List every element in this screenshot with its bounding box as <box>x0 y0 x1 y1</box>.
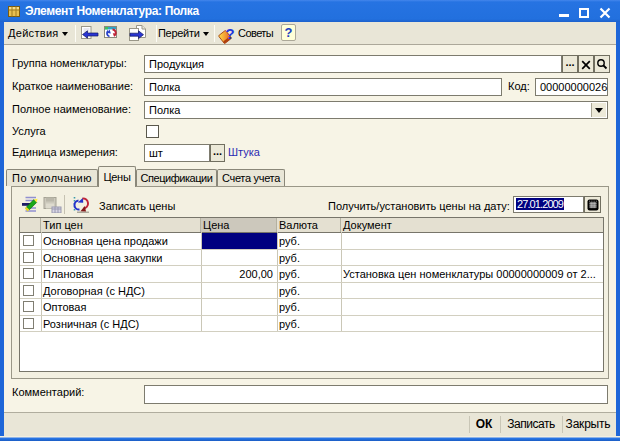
svg-text:?: ? <box>226 25 235 42</box>
